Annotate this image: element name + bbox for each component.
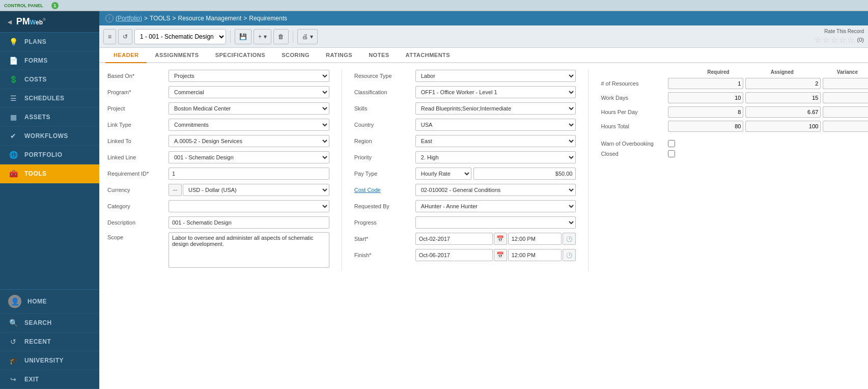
- requested-by-select[interactable]: AHunter - Anne Hunter: [415, 200, 576, 212]
- scope-textarea[interactable]: [169, 232, 329, 268]
- finish-calendar-button[interactable]: 📅: [494, 249, 507, 261]
- closed-checkbox[interactable]: [668, 150, 675, 157]
- exit-label: EXIT: [24, 376, 39, 383]
- sidebar-item-workflows[interactable]: ✔ WORKFLOWS: [0, 127, 99, 146]
- hours-total-variance-input[interactable]: [823, 121, 868, 132]
- program-select[interactable]: Commercial: [169, 86, 329, 98]
- start-time-input[interactable]: [508, 233, 562, 245]
- pay-amount-input[interactable]: [473, 168, 576, 180]
- tab-notes[interactable]: NOTES: [360, 48, 397, 63]
- recent-label: RECENT: [24, 338, 51, 345]
- sidebar-item-university[interactable]: 🎓 UNIVERSITY: [0, 351, 99, 370]
- resource-type-select[interactable]: Labor: [415, 70, 576, 82]
- description-input[interactable]: [169, 216, 329, 229]
- classification-label: Classification: [354, 89, 415, 95]
- work-days-required-input[interactable]: [668, 92, 743, 103]
- hours-per-day-variance-input[interactable]: [823, 106, 868, 118]
- sidebar-item-portfolio[interactable]: 🌐 PORTFOLIO: [0, 146, 99, 164]
- cost-code-select[interactable]: 02-010002 - General Conditions: [415, 184, 576, 196]
- finish-time-input[interactable]: [508, 249, 562, 261]
- tab-ratings[interactable]: RATINGS: [318, 48, 360, 63]
- sidebar-item-search[interactable]: 🔍 SEARCH: [0, 314, 99, 332]
- sidebar-item-costs[interactable]: 💲 COSTS: [0, 70, 99, 89]
- country-label: Country: [354, 122, 415, 128]
- classification-select[interactable]: OFF1 - Office Worker - Level 1: [415, 86, 576, 98]
- star-2[interactable]: ☆: [823, 35, 830, 45]
- req-id-label: Requirement ID*: [107, 171, 169, 177]
- finish-time-button[interactable]: 🕐: [563, 249, 576, 261]
- sidebar-item-exit[interactable]: ↪ EXIT: [0, 370, 99, 389]
- start-time-button[interactable]: 🕐: [563, 233, 576, 245]
- hours-total-required-input[interactable]: [668, 121, 743, 132]
- undo-button[interactable]: ↺: [118, 29, 132, 44]
- work-days-assigned-input[interactable]: [745, 92, 821, 103]
- breadcrumb-tools: TOOLS: [150, 15, 170, 22]
- tab-specifications[interactable]: SPECIFICATIONS: [207, 48, 273, 63]
- add-button[interactable]: +▾: [254, 29, 271, 44]
- resources-assigned-input[interactable]: [745, 78, 821, 89]
- list-button[interactable]: ≡: [103, 29, 116, 44]
- star-3[interactable]: ☆: [831, 35, 838, 45]
- currency-ellipsis-button[interactable]: ···: [169, 184, 182, 196]
- breadcrumb-sep2: >: [173, 15, 176, 22]
- save-button[interactable]: 💾: [235, 29, 251, 44]
- hours-per-day-assigned-input[interactable]: [745, 106, 821, 118]
- sidebar-item-tools[interactable]: 🧰 TOOLS: [0, 164, 99, 183]
- work-days-variance-input[interactable]: [823, 92, 868, 103]
- hours-total-assigned-input[interactable]: [745, 121, 821, 132]
- control-panel-annotation: CONTROL PANEL: [4, 3, 43, 8]
- sidebar-item-assets[interactable]: ▦ ASSETS: [0, 108, 99, 127]
- save-icon: 💾: [239, 33, 247, 40]
- linked-to-select[interactable]: A.0005-2 - Design Services: [169, 135, 329, 147]
- breadcrumb-portfolio[interactable]: (Portfolio): [116, 15, 142, 22]
- project-select[interactable]: Boston Medical Center: [169, 102, 329, 115]
- sidebar-item-label: PLANS: [24, 38, 46, 45]
- skills-select[interactable]: Read Blueprints;Senior;Intermediate: [415, 102, 576, 115]
- start-date-input[interactable]: [415, 233, 493, 245]
- resources-variance-input[interactable]: [823, 78, 868, 89]
- star-1[interactable]: ☆: [815, 35, 822, 45]
- category-select[interactable]: [169, 200, 329, 212]
- currency-select[interactable]: USD - Dollar (USA): [183, 184, 329, 196]
- tab-header[interactable]: HEADER: [105, 48, 147, 63]
- start-calendar-button[interactable]: 📅: [494, 233, 507, 245]
- info-icon[interactable]: i: [105, 14, 114, 22]
- region-select[interactable]: East: [415, 135, 576, 147]
- sidebar-item-plans[interactable]: 💡 PLANS: [0, 33, 99, 51]
- region-row: Region East: [354, 134, 576, 148]
- form-right-column: Required Assigned Variance # of Resource…: [601, 69, 860, 271]
- region-label: Region: [354, 138, 415, 144]
- pay-type-select[interactable]: Hourly Rate: [415, 168, 471, 180]
- req-id-input[interactable]: [169, 168, 329, 180]
- tab-assignments[interactable]: ASSIGNMENTS: [147, 48, 207, 63]
- logo-arrow-icon[interactable]: ◄: [6, 18, 13, 26]
- link-type-select[interactable]: Commitments: [169, 119, 329, 131]
- star-5[interactable]: ☆: [847, 35, 854, 45]
- record-select[interactable]: 1 - 001 - Schematic Design: [134, 29, 226, 44]
- sidebar-item-recent[interactable]: ↺ RECENT: [0, 332, 99, 351]
- star-4[interactable]: ☆: [839, 35, 846, 45]
- finish-date-input[interactable]: [415, 249, 493, 261]
- print-button[interactable]: 🖨▾: [297, 29, 318, 44]
- country-select[interactable]: USA: [415, 119, 576, 131]
- delete-button[interactable]: 🗑: [273, 29, 289, 44]
- sidebar-item-home[interactable]: 👤 HOME: [0, 290, 99, 314]
- tab-attachments[interactable]: ATTACHMENTS: [398, 48, 459, 63]
- linked-line-row: Linked Line 001 - Schematic Design: [107, 151, 329, 164]
- schedules-icon: ☰: [8, 94, 18, 102]
- pay-type-label: Pay Type: [354, 171, 415, 177]
- progress-select[interactable]: [415, 216, 576, 229]
- sidebar-item-label: WORKFLOWS: [24, 132, 68, 140]
- hours-per-day-required-input[interactable]: [668, 106, 743, 118]
- priority-select[interactable]: 2. High: [415, 151, 576, 163]
- based-on-select[interactable]: Projects: [169, 70, 329, 82]
- cost-code-label[interactable]: Cost Code: [354, 187, 415, 193]
- sidebar-item-forms[interactable]: 📄 FORMS: [0, 51, 99, 70]
- logo-text: PMWeb®: [16, 16, 46, 27]
- linked-line-select[interactable]: 001 - Schematic Design: [169, 151, 329, 163]
- search-label: SEARCH: [24, 319, 52, 326]
- tab-scoring[interactable]: SCORING: [273, 48, 318, 63]
- resources-required-input[interactable]: [668, 78, 743, 89]
- warn-overbooking-checkbox[interactable]: [668, 140, 675, 147]
- sidebar-item-schedules[interactable]: ☰ SCHEDULES: [0, 89, 99, 108]
